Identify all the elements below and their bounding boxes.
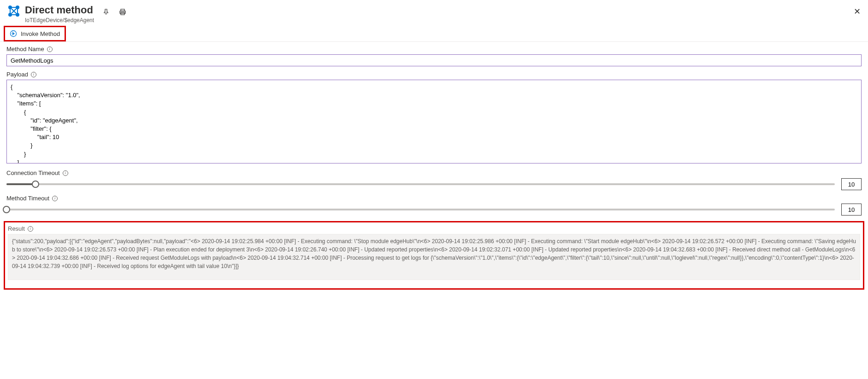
page-title: Direct method (25, 4, 94, 17)
method-timeout-label: Method Timeout (6, 195, 49, 202)
info-icon[interactable]: i (28, 226, 33, 232)
payload-textarea[interactable] (6, 80, 862, 163)
print-icon (119, 8, 126, 17)
invoke-method-label: Invoke Method (21, 30, 60, 37)
toolbar: Invoke Method (0, 26, 868, 42)
svg-point-3 (16, 13, 19, 16)
invoke-method-highlight: Invoke Method (4, 26, 66, 41)
direct-method-icon (6, 4, 21, 18)
method-timeout-value[interactable] (841, 204, 862, 216)
close-button[interactable]: ✕ (851, 4, 863, 19)
slider-thumb[interactable] (3, 206, 10, 213)
connection-timeout-label: Connection Timeout (6, 169, 60, 176)
method-timeout-section: Method Timeout i (0, 191, 868, 216)
method-timeout-slider[interactable] (6, 205, 835, 214)
close-icon: ✕ (854, 7, 861, 16)
result-highlight: Result i {"status":200,"payload":[{"id":… (4, 221, 864, 290)
result-output: {"status":200,"payload":[{"id":"edgeAgen… (8, 234, 860, 280)
method-name-section: Method Name i (0, 42, 868, 67)
info-icon[interactable]: i (52, 196, 58, 201)
slider-track-line (6, 209, 835, 210)
connection-timeout-section: Connection Timeout i (0, 166, 868, 191)
slider-fill (6, 183, 35, 185)
pin-icon (102, 8, 110, 17)
payload-section: Payload i (0, 67, 868, 166)
svg-point-2 (9, 13, 12, 16)
slider-thumb[interactable] (32, 181, 39, 188)
connection-timeout-slider[interactable] (6, 180, 835, 189)
method-name-input[interactable] (6, 54, 862, 66)
svg-point-1 (16, 6, 19, 9)
svg-rect-4 (121, 9, 124, 11)
pin-button[interactable] (100, 6, 112, 19)
method-name-label: Method Name (6, 46, 44, 52)
invoke-method-button[interactable]: Invoke Method (5, 27, 65, 40)
payload-label: Payload (6, 71, 28, 78)
svg-point-0 (9, 6, 12, 9)
page-header: Direct method IoTEdgeDevice/$edgeAgent ✕ (0, 0, 868, 26)
arrow-right-circle-icon (10, 30, 17, 37)
page-subtitle: IoTEdgeDevice/$edgeAgent (25, 17, 94, 24)
info-icon[interactable]: i (31, 72, 36, 77)
result-label: Result (8, 225, 25, 232)
slider-track-line (6, 183, 835, 185)
info-icon[interactable]: i (47, 47, 53, 52)
connection-timeout-value[interactable] (841, 178, 862, 190)
info-icon[interactable]: i (63, 170, 68, 176)
print-button[interactable] (117, 6, 128, 19)
